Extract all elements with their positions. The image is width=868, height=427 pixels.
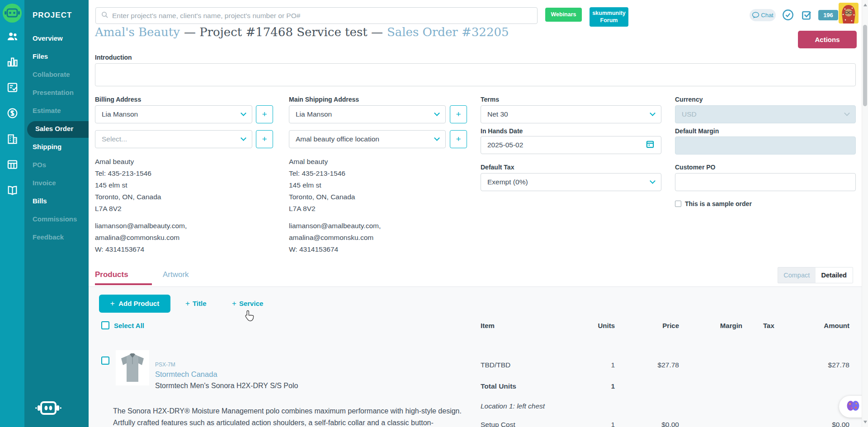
select-all-label[interactable]: Select All xyxy=(114,322,144,329)
sidebar-item-bills[interactable]: Bills xyxy=(33,197,47,207)
chat-bubble-icon xyxy=(752,12,760,19)
setup-amount-value: $0.00 xyxy=(795,421,849,427)
page-title: Amal's Beauty— Project #17468 Service te… xyxy=(95,25,509,39)
building-icon[interactable] xyxy=(6,133,19,145)
dollar-circle-icon[interactable] xyxy=(6,107,19,119)
billing-contact-value: Lia Manson xyxy=(102,110,138,118)
customer-po-label: Customer PO xyxy=(675,164,715,171)
setup-cost-label: Setup Cost xyxy=(481,421,515,427)
order-doc-icon[interactable] xyxy=(6,81,19,94)
sidebar-item-presentation[interactable]: Presentation xyxy=(33,89,74,99)
in-hands-date-input[interactable]: 2025-05-02 xyxy=(481,136,661,154)
client-link[interactable]: Amal's Beauty xyxy=(95,25,180,39)
webinars-button[interactable]: Webinars xyxy=(545,8,582,22)
product-name[interactable]: Stormtech Men's Sonora H2X-DRY S/S Polo xyxy=(155,382,298,390)
sidebar-title: PROJECT xyxy=(33,11,72,20)
user-avatar[interactable] xyxy=(839,3,859,23)
setup-units-value[interactable]: 1 xyxy=(561,421,615,427)
notification-count-badge[interactable]: 196 xyxy=(818,10,838,20)
add-shipping-address-button[interactable]: + xyxy=(450,130,467,148)
product-thumbnail[interactable] xyxy=(116,350,149,385)
sample-order-checkbox[interactable] xyxy=(675,201,681,207)
sidebar-item-overview[interactable]: Overview xyxy=(33,34,63,44)
product-description: The Sonora H2X-DRY® Moisture Management … xyxy=(113,405,475,427)
tab-products[interactable]: Products xyxy=(95,270,128,279)
row-price-value[interactable]: $27.78 xyxy=(625,361,679,369)
skummunity-forum-button[interactable]: skummunity Forum xyxy=(590,7,628,27)
scrollbar xyxy=(862,0,868,427)
chevron-down-icon xyxy=(650,110,656,116)
people-icon[interactable] xyxy=(6,30,19,42)
sales-order-link[interactable]: Sales Order #32205 xyxy=(387,25,509,39)
scroll-up-arrow[interactable] xyxy=(863,4,867,6)
calendar-table-icon[interactable] xyxy=(6,158,19,170)
add-title-button[interactable]: +Title xyxy=(185,299,207,308)
chevron-down-icon xyxy=(434,110,440,116)
customer-po-input[interactable] xyxy=(675,173,856,191)
view-detailed-button[interactable]: Detailed xyxy=(816,267,853,283)
book-icon[interactable] xyxy=(6,184,19,197)
search-icon xyxy=(101,11,108,20)
sidebar-item-collaborate[interactable]: Collaborate xyxy=(33,70,70,80)
introduction-textarea[interactable] xyxy=(95,63,856,86)
billing-address-label: Billing Address xyxy=(95,96,141,103)
col-header-tax: Tax xyxy=(763,322,774,329)
billing-contact-text: liamanson@amalbeauty.com, amalina@common… xyxy=(95,220,187,255)
actions-button[interactable]: Actions xyxy=(798,31,857,48)
add-product-button[interactable]: + Add Product xyxy=(99,295,170,313)
sidebar-item-shipping[interactable]: Shipping xyxy=(33,143,61,153)
default-tax-select[interactable]: Exempt (0%) xyxy=(481,173,661,191)
total-units-value: 1 xyxy=(561,382,615,390)
row-units-value[interactable]: 1 xyxy=(561,361,615,369)
tab-artwork[interactable]: Artwork xyxy=(163,270,189,279)
default-margin-label: Default Margin xyxy=(675,127,719,135)
tasks-check-icon[interactable] xyxy=(801,9,812,23)
shipping-address-select[interactable]: Amal beauty office location xyxy=(289,130,446,148)
search-input[interactable] xyxy=(112,12,532,20)
sidebar-item-commissions[interactable]: Commissions xyxy=(33,215,77,225)
terms-select[interactable]: Net 30 xyxy=(481,105,661,123)
setup-price-value[interactable]: $0.00 xyxy=(625,421,679,427)
product-supplier-link[interactable]: Stormtech Canada xyxy=(155,370,217,379)
calendar-icon[interactable] xyxy=(646,140,655,150)
introduction-label: Introduction xyxy=(95,54,132,61)
add-billing-address-button[interactable]: + xyxy=(256,130,273,148)
scroll-down-arrow[interactable] xyxy=(863,421,867,423)
terms-label: Terms xyxy=(481,96,499,103)
clock-check-icon[interactable] xyxy=(782,9,794,23)
add-shipping-contact-button[interactable]: + xyxy=(450,105,467,123)
add-billing-contact-button[interactable]: + xyxy=(256,105,273,123)
shipping-address-text: Amal beauty Tel: 435-213-1546 145 elm st… xyxy=(289,156,355,215)
sample-order-label: This is a sample order xyxy=(685,200,752,207)
plus-icon: + xyxy=(232,299,236,308)
row-checkbox[interactable] xyxy=(101,357,109,365)
billing-address-select[interactable]: Select... xyxy=(95,130,252,148)
sidebar-item-invoice[interactable]: Invoice xyxy=(33,179,56,189)
default-tax-value: Exempt (0%) xyxy=(487,178,528,186)
plus-icon: + xyxy=(185,299,190,308)
view-compact-button[interactable]: Compact xyxy=(778,267,816,283)
chat-button[interactable]: Chat xyxy=(750,9,776,21)
project-title-text: — Project #17468 Service test — xyxy=(184,25,383,39)
terms-value: Net 30 xyxy=(487,110,508,118)
project-sidebar: PROJECT Overview Files Collaborate Prese… xyxy=(24,0,89,427)
select-all-checkbox[interactable] xyxy=(101,321,109,329)
row-amount-value: $27.78 xyxy=(795,361,849,369)
commonsku-logo-icon[interactable] xyxy=(2,3,22,23)
billing-contact-select[interactable]: Lia Manson xyxy=(95,105,252,123)
sidebar-item-files[interactable]: Files xyxy=(33,52,48,62)
scrollbar-thumb[interactable] xyxy=(863,25,867,106)
default-margin-input xyxy=(675,136,856,155)
add-service-button[interactable]: +Service xyxy=(232,299,263,308)
product-sku-link[interactable]: PSX-7M xyxy=(155,361,175,368)
bar-chart-icon[interactable] xyxy=(6,56,19,68)
sidebar-item-estimate[interactable]: Estimate xyxy=(33,107,61,117)
shipping-address-label: Main Shipping Address xyxy=(289,96,359,103)
sidebar-item-sales-order[interactable]: Sales Order xyxy=(35,125,73,135)
sidebar-item-pos[interactable]: POs xyxy=(33,161,46,171)
shipping-contact-select[interactable]: Lia Manson xyxy=(289,105,446,123)
sidebar-item-feedback[interactable]: Feedback xyxy=(33,233,64,243)
currency-select: USD xyxy=(675,105,856,123)
col-header-units: Units xyxy=(561,322,615,329)
robot-icon[interactable] xyxy=(35,399,61,422)
